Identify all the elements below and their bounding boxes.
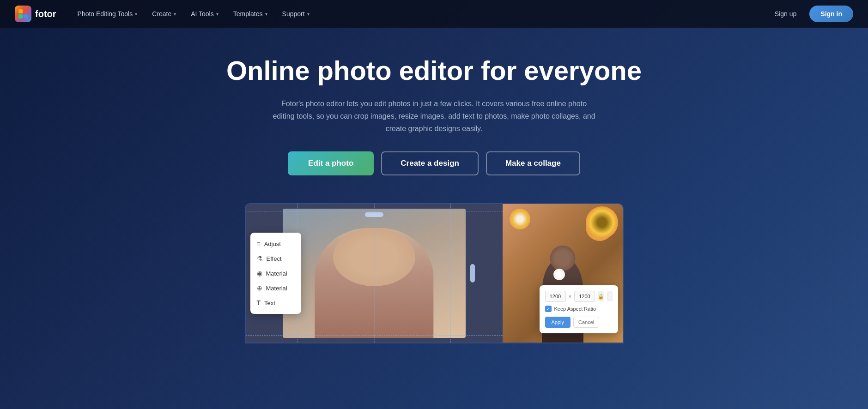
- nav-templates[interactable]: Templates ▾: [227, 6, 274, 21]
- collage-face-flower: [553, 269, 565, 280]
- collage-panel: 1200 × 1200 🔒 ↺ ✓ Keep Aspect Ratio Appl…: [503, 204, 623, 343]
- nav-actions: Sign up Sign in: [767, 6, 853, 22]
- aspect-ratio-label: Keep Aspect Ratio: [554, 306, 596, 312]
- effect-icon: ⚗: [257, 255, 263, 262]
- adjust-icon: ≡: [257, 240, 261, 247]
- resize-width-input[interactable]: 1200: [545, 291, 566, 302]
- aspect-ratio-row: ✓ Keep Aspect Ratio: [545, 306, 613, 312]
- navbar: fotor Photo Editing Tools ▾ Create ▾ AI …: [0, 0, 868, 28]
- logo-link[interactable]: fotor: [15, 6, 56, 22]
- nav-support[interactable]: Support ▾: [276, 6, 316, 21]
- logo-text: fotor: [35, 9, 56, 19]
- create-design-button[interactable]: Create a design: [381, 151, 479, 175]
- nav-create[interactable]: Create ▾: [146, 6, 182, 21]
- chevron-down-icon: ▾: [216, 12, 219, 17]
- chevron-down-icon: ▾: [307, 12, 310, 17]
- chevron-down-icon: ▾: [135, 12, 137, 17]
- apply-button[interactable]: Apply: [545, 317, 571, 328]
- tool-material-2[interactable]: ⊕ Material: [250, 281, 301, 295]
- edit-photo-button[interactable]: Edit a photo: [288, 151, 374, 175]
- collage-decoration-2: [510, 209, 530, 229]
- text-icon: T: [257, 299, 261, 307]
- tool-material-1[interactable]: ◉ Material: [250, 266, 301, 281]
- hero-buttons: Edit a photo Create a design Make a coll…: [288, 151, 580, 175]
- logo-icon: [15, 6, 31, 22]
- svg-rect-0: [18, 9, 23, 13]
- svg-rect-3: [24, 14, 28, 18]
- tool-effect[interactable]: ⚗ Effect: [250, 251, 301, 266]
- hero-subtitle: Fotor's photo editor lets you edit photo…: [273, 97, 596, 135]
- lock-icon[interactable]: 🔒: [598, 291, 604, 301]
- material-icon-1: ◉: [257, 270, 262, 277]
- collage-sunflower: [586, 206, 618, 239]
- nav-photo-editing-tools[interactable]: Photo Editing Tools ▾: [71, 6, 144, 21]
- svg-rect-2: [18, 14, 23, 18]
- signin-button[interactable]: Sign in: [809, 6, 853, 22]
- preview-container: ≡ Adjust ⚗ Effect ◉ Material ⊕ Material: [245, 203, 624, 343]
- tool-text[interactable]: T Text: [250, 295, 301, 310]
- crop-handle-top[interactable]: [365, 212, 383, 217]
- editor-panel: ≡ Adjust ⚗ Effect ◉ Material ⊕ Material: [246, 204, 503, 343]
- nav-links: Photo Editing Tools ▾ Create ▾ AI Tools …: [71, 6, 767, 21]
- resize-height-input[interactable]: 1200: [574, 291, 595, 302]
- signup-button[interactable]: Sign up: [767, 6, 804, 21]
- tool-adjust[interactable]: ≡ Adjust: [250, 236, 301, 251]
- chevron-down-icon: ▾: [265, 12, 267, 17]
- resize-dimensions-row: 1200 × 1200 🔒 ↺: [545, 291, 613, 302]
- aspect-ratio-checkbox[interactable]: ✓: [545, 306, 552, 312]
- preview-inner: ≡ Adjust ⚗ Effect ◉ Material ⊕ Material: [246, 204, 623, 343]
- material-icon-2: ⊕: [257, 284, 262, 292]
- hero-section: Online photo editor for everyone Fotor's…: [0, 28, 868, 194]
- hero-title: Online photo editor for everyone: [226, 55, 642, 86]
- refresh-icon[interactable]: ↺: [607, 291, 613, 301]
- nav-ai-tools[interactable]: AI Tools ▾: [184, 6, 225, 21]
- chevron-down-icon: ▾: [174, 12, 176, 17]
- make-collage-button[interactable]: Make a collage: [486, 151, 580, 175]
- crop-handle-right[interactable]: [470, 264, 475, 283]
- resize-dialog: 1200 × 1200 🔒 ↺ ✓ Keep Aspect Ratio Appl…: [540, 285, 618, 333]
- preview-area: ≡ Adjust ⚗ Effect ◉ Material ⊕ Material: [0, 203, 868, 343]
- resize-separator: ×: [569, 294, 571, 299]
- cancel-button[interactable]: Cancel: [573, 317, 599, 328]
- svg-rect-1: [24, 9, 28, 13]
- resize-dialog-buttons: Apply Cancel: [545, 317, 613, 328]
- tools-sidebar: ≡ Adjust ⚗ Effect ◉ Material ⊕ Material: [250, 233, 301, 314]
